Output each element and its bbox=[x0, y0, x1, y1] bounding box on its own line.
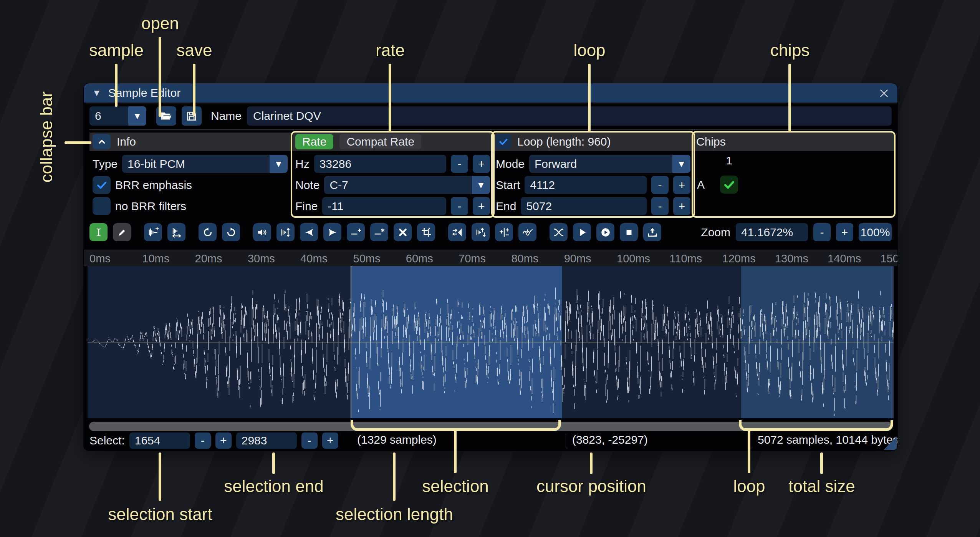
loop-start-minus-button[interactable]: - bbox=[651, 176, 669, 194]
collapse-bar-button[interactable] bbox=[93, 134, 111, 149]
name-input[interactable]: Clarinet DQV bbox=[247, 106, 892, 126]
fade-in-icon bbox=[304, 227, 315, 238]
selection-start-plus-button[interactable]: + bbox=[215, 433, 232, 449]
annotation-selection: selection bbox=[422, 477, 489, 496]
brr-emphasis-checkbox[interactable] bbox=[93, 176, 111, 194]
stop-button[interactable] bbox=[620, 223, 638, 241]
crossfade-button[interactable] bbox=[550, 223, 568, 241]
mode-select[interactable]: Forward ▼ bbox=[529, 155, 690, 173]
save-button[interactable] bbox=[182, 106, 202, 126]
fine-plus-button[interactable]: + bbox=[473, 197, 490, 215]
ruler-label: 130ms bbox=[775, 252, 808, 265]
chevron-down-icon[interactable]: ▼ bbox=[128, 106, 146, 126]
selection-end-plus-button[interactable]: + bbox=[322, 433, 338, 449]
chips-header: Chips bbox=[693, 133, 895, 151]
zoom-reset-button[interactable]: 100% bbox=[859, 223, 892, 241]
tab-compat-rate[interactable]: Compat Rate bbox=[339, 134, 421, 149]
redo-button[interactable] bbox=[222, 223, 240, 241]
scrollbar-thumb[interactable] bbox=[89, 422, 892, 431]
loop-enabled-checkbox[interactable] bbox=[496, 134, 511, 149]
play-circle-icon bbox=[600, 227, 611, 238]
titlebar[interactable]: ▼ Sample Editor bbox=[84, 83, 897, 103]
select-mode-button[interactable] bbox=[89, 223, 108, 241]
loop-start-input[interactable]: 4112 bbox=[525, 176, 647, 194]
window-title: Sample Editor bbox=[108, 86, 180, 99]
check-icon bbox=[96, 179, 108, 191]
annotation-line-total-size bbox=[820, 452, 823, 474]
check-icon bbox=[723, 178, 736, 191]
fine-input[interactable]: -11 bbox=[322, 197, 446, 215]
select-label: Select: bbox=[89, 434, 125, 447]
note-value: C-7 bbox=[324, 176, 472, 194]
hz-input[interactable]: 33286 bbox=[314, 155, 446, 173]
no-brr-filters-checkbox[interactable] bbox=[93, 197, 111, 215]
resize-grip[interactable] bbox=[884, 437, 897, 450]
close-button[interactable] bbox=[877, 87, 891, 100]
annotation-selection-length: selection length bbox=[336, 505, 453, 524]
loop-end-plus-button[interactable]: + bbox=[673, 197, 690, 215]
selection-end-minus-button[interactable]: - bbox=[301, 433, 318, 449]
fade-out-button[interactable] bbox=[323, 223, 341, 241]
sign-button[interactable] bbox=[495, 223, 513, 241]
filter-button[interactable] bbox=[518, 223, 536, 241]
note-select[interactable]: C-7 ▼ bbox=[324, 176, 490, 194]
type-select[interactable]: 16-bit PCM ▼ bbox=[122, 155, 288, 173]
selection-start-input[interactable]: 1654 bbox=[129, 433, 190, 449]
undo-button[interactable] bbox=[199, 223, 217, 241]
wave-stretch-button[interactable] bbox=[167, 223, 185, 241]
open-button[interactable] bbox=[156, 106, 176, 126]
ruler-label: 110ms bbox=[669, 252, 702, 265]
waveform-view[interactable] bbox=[88, 266, 894, 418]
zoom-input[interactable]: 41.1672% bbox=[736, 223, 808, 241]
chip-enable-checkbox[interactable] bbox=[720, 176, 738, 194]
fine-value: -11 bbox=[328, 200, 343, 213]
loop-start-plus-button[interactable]: + bbox=[673, 176, 690, 194]
zoom-in-button[interactable]: + bbox=[836, 223, 853, 241]
loop-end-value: 5072 bbox=[526, 200, 552, 213]
time-ruler[interactable]: 0ms10ms20ms30ms40ms50ms60ms70ms80ms90ms1… bbox=[84, 249, 897, 266]
annotation-save: save bbox=[177, 41, 212, 60]
zoom-out-button[interactable]: - bbox=[813, 223, 831, 241]
preview-button[interactable] bbox=[596, 223, 614, 241]
window-collapse-triangle-icon[interactable]: ▼ bbox=[92, 88, 101, 98]
invert-button[interactable] bbox=[472, 223, 490, 241]
normalize-button[interactable] bbox=[276, 223, 295, 241]
annotation-open: open bbox=[141, 14, 179, 33]
ruler-label: 140ms bbox=[828, 252, 861, 265]
chevron-up-icon bbox=[96, 136, 107, 147]
horizontal-scrollbar[interactable] bbox=[88, 421, 893, 431]
insert-silence-button[interactable] bbox=[347, 223, 365, 241]
play-button[interactable] bbox=[573, 223, 591, 241]
delete-button[interactable] bbox=[394, 223, 412, 241]
waveform-canvas bbox=[88, 266, 894, 418]
selection-end-input[interactable]: 2983 bbox=[236, 433, 297, 449]
name-label: Name bbox=[211, 109, 242, 123]
loop-start-row: Start 4112 - + bbox=[493, 176, 694, 194]
draw-mode-button[interactable] bbox=[113, 223, 131, 241]
hz-plus-button[interactable]: + bbox=[473, 155, 490, 173]
folder-open-icon bbox=[160, 110, 172, 122]
import-button[interactable] bbox=[643, 223, 661, 241]
chevron-down-icon: ▼ bbox=[472, 176, 490, 194]
wave-stretch-icon bbox=[171, 227, 182, 238]
loop-end-minus-button[interactable]: - bbox=[651, 197, 669, 215]
hz-minus-button[interactable]: - bbox=[451, 155, 468, 173]
selection-start-minus-button[interactable]: - bbox=[195, 433, 211, 449]
loop-end-label: End bbox=[496, 200, 516, 213]
amplify-button[interactable] bbox=[253, 223, 271, 241]
trim-button[interactable] bbox=[417, 223, 435, 241]
toolbar: Zoom 41.1672% - + 100% bbox=[89, 223, 892, 241]
apply-silence-button[interactable] bbox=[370, 223, 388, 241]
hz-label: Hz bbox=[295, 157, 310, 171]
sample-select[interactable]: 6 ▼ bbox=[89, 106, 146, 126]
hz-value: 33286 bbox=[319, 157, 351, 171]
annotation-collapse-bar: collapse bar bbox=[37, 91, 56, 182]
wave-insert-button[interactable] bbox=[144, 223, 162, 241]
fade-in-button[interactable] bbox=[300, 223, 318, 241]
loop-end-input[interactable]: 5072 bbox=[521, 197, 647, 215]
annotation-rate: rate bbox=[376, 41, 405, 60]
reverse-button[interactable] bbox=[448, 223, 466, 241]
fine-minus-button[interactable]: - bbox=[451, 197, 468, 215]
tab-rate[interactable]: Rate bbox=[295, 134, 333, 149]
annotation-line-selection-length bbox=[393, 452, 396, 501]
